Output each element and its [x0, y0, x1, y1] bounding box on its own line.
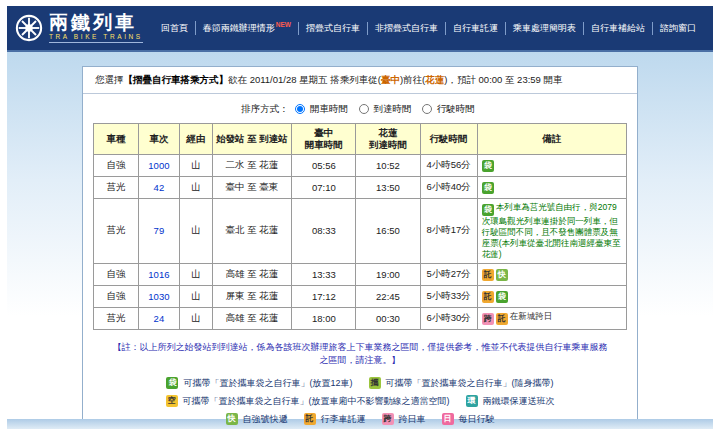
legend-item-label: 每日行駛 [459, 413, 495, 426]
daily-icon: 日 [442, 413, 454, 425]
col-depart: 臺中 開車時間 [292, 124, 356, 155]
nav-bike-supply-station[interactable]: 自行車補給站 [583, 22, 652, 35]
site-subtitle: TRA BIKE TRAINS [49, 34, 143, 41]
sort-option-duration[interactable]: 行駛時間 [422, 103, 475, 114]
sort-radio-depart[interactable] [295, 104, 305, 114]
logo-text: 兩鐵列車 TRA BIKE TRAINS [49, 13, 143, 44]
luggage-icon: 託 [496, 313, 508, 325]
nav-nonfolding-bike[interactable]: 非摺疊式自行車 [367, 22, 445, 35]
train-no: 1000 [138, 154, 179, 176]
luggage-icon: 託 [482, 269, 494, 281]
sort-option-arrive[interactable]: 到達時間 [359, 103, 414, 114]
site-title: 兩鐵列車 [49, 13, 143, 33]
train-type: 自強 [94, 154, 139, 176]
table-row: 莒光 42 山 臺中 至 臺東 07:10 13:50 6小時40分 袋 [94, 176, 627, 198]
legend-row: 空可攜帶「置於攜車袋之自行車」(放置車廂中不影響動線之適當空間)環兩鐵環保運送班… [166, 395, 555, 408]
arrive-time: 00:30 [356, 307, 420, 329]
nav-bike-consignment[interactable]: 自行車託運 [445, 22, 505, 35]
legend-item: 日每日行駛 [442, 413, 495, 426]
sort-radio-arrive[interactable] [359, 104, 369, 114]
sort-radio-duration[interactable] [422, 104, 432, 114]
footnote: 【註：以上所列之始發站到到達站，係為各該班次辦理旅客上下車業務之區間，僅提供參考… [111, 341, 609, 368]
depart-time: 17:12 [292, 285, 356, 307]
train-type: 莒光 [94, 198, 139, 263]
nav-folding-bike[interactable]: 摺疊式自行車 [298, 22, 367, 35]
space-icon: 空 [166, 395, 178, 407]
logo: 兩鐵列車 TRA BIKE TRAINS [7, 13, 143, 44]
bag12-icon: 袋 [482, 204, 494, 216]
legend-item-label: 可攜帶「置於攜車袋之自行車」(隨身攜帶) [386, 377, 554, 390]
depart-time: 05:56 [292, 154, 356, 176]
table-row: 莒光 24 山 高雄 至 花蓮 18:00 00:30 6小時30分 跨託在新城… [94, 307, 627, 329]
train-no: 1016 [138, 263, 179, 285]
arrive-time: 16:50 [356, 198, 420, 263]
train-no-link[interactable]: 1016 [148, 269, 169, 280]
remark-cell: 袋 [477, 154, 626, 176]
legend-item: 環兩鐵環保運送班次 [466, 395, 555, 408]
main-area: 您選擇【摺疊自行車搭乘方式】欲在 2011/01/28 星期五 搭乘列車從(臺中… [7, 52, 713, 419]
train-no-link[interactable]: 1000 [148, 160, 169, 171]
depart-time: 13:33 [292, 263, 356, 285]
remark-cell: 託袋 [477, 285, 626, 307]
main-nav: 回首頁 春節兩鐵辦理情形NEW 摺疊式自行車 非摺疊式自行車 自行車託運 乘車處… [154, 21, 713, 35]
table-row: 莒光 79 山 臺北 至 花蓮 08:33 16:50 8小時17分 袋本列車為… [94, 198, 627, 263]
legend-row: 袋可攜帶「置於攜車袋之自行車」(放置12車)攜可攜帶「置於攜車袋之自行車」(隨身… [166, 377, 553, 390]
remark-icons: 袋 [482, 180, 496, 190]
train-no: 42 [138, 176, 179, 198]
query-summary: 您選擇【摺疊自行車搭乘方式】欲在 2011/01/28 星期五 搭乘列車從(臺中… [83, 67, 637, 94]
route: 二水 至 花蓮 [212, 154, 292, 176]
query-seg2: )前往( [400, 74, 425, 85]
legend-item-label: 行李車託運 [321, 413, 366, 426]
bag12-icon: 袋 [482, 160, 494, 172]
col-train-no: 車次 [138, 124, 179, 155]
site-container: 兩鐵列車 TRA BIKE TRAINS 回首頁 春節兩鐵辦理情形NEW 摺疊式… [7, 6, 713, 429]
legend-item-label: 跨日車 [399, 413, 426, 426]
sort-label: 排序方式： [241, 103, 289, 114]
route: 高雄 至 花蓮 [212, 263, 292, 285]
train-no: 1030 [138, 285, 179, 307]
legend-item: 攜可攜帶「置於攜車袋之自行車」(隨身攜帶) [369, 377, 554, 390]
sort-option-depart[interactable]: 開車時間 [295, 103, 350, 114]
tra-logo-icon [15, 14, 43, 42]
crossday-icon: 跨 [382, 413, 394, 425]
via: 山 [179, 154, 212, 176]
train-no-link[interactable]: 1030 [148, 291, 169, 302]
sort-option-arrive-label: 到達時間 [373, 103, 411, 114]
train-no-link[interactable]: 79 [154, 225, 165, 236]
train-type: 莒光 [94, 176, 139, 198]
nav-spring-festival[interactable]: 春節兩鐵辦理情形NEW [195, 21, 298, 35]
col-train-type: 車種 [94, 124, 139, 155]
arrive-time: 19:00 [356, 263, 420, 285]
legend-item: 快自強號快遞 [226, 413, 288, 426]
nav-ride-handling-table[interactable]: 乘車處理簡明表 [505, 22, 583, 35]
sort-option-depart-label: 開車時間 [310, 103, 348, 114]
train-type: 自強 [94, 285, 139, 307]
table-header-row: 車種 車次 經由 始發站 至 到達站 臺中 開車時間 花蓮 到達時間 行駛時間 … [94, 124, 627, 155]
result-panel: 您選擇【摺疊自行車搭乘方式】欲在 2011/01/28 星期五 搭乘列車從(臺中… [82, 66, 638, 429]
legend-item: 空可攜帶「置於攜車袋之自行車」(放置車廂中不影響動線之適當空間) [166, 395, 450, 408]
from-station: 臺中 [381, 74, 400, 85]
to-station: 花蓮 [425, 74, 444, 85]
train-no-link[interactable]: 42 [154, 182, 165, 193]
train-no-link[interactable]: 24 [154, 313, 165, 324]
arrive-time: 10:52 [356, 154, 420, 176]
legend-row: 快自強號快遞託行李車託運跨跨日車日每日行駛 [226, 413, 495, 426]
nav-inquiry[interactable]: 諮詢窗口 [652, 22, 703, 35]
bag12-icon: 袋 [166, 377, 178, 389]
query-seg1: 欲在 2011/01/28 星期五 搭乘列車從( [228, 74, 381, 85]
remark-cell: 跨託在新城跨日 [477, 307, 626, 329]
header-bar: 兩鐵列車 TRA BIKE TRAINS 回首頁 春節兩鐵辦理情形NEW 摺疊式… [7, 6, 713, 52]
route: 屏東 至 花蓮 [212, 285, 292, 307]
legend-item-label: 兩鐵環保運送班次 [483, 395, 555, 408]
duration: 5小時27分 [420, 263, 477, 285]
route: 臺中 至 臺東 [212, 176, 292, 198]
luggage-icon: 託 [482, 291, 494, 303]
remark-icons: 袋 [482, 202, 496, 212]
sort-option-duration-label: 行駛時間 [437, 103, 475, 114]
nav-home[interactable]: 回首頁 [154, 22, 195, 35]
eco-icon: 環 [466, 395, 478, 407]
legend-item-label: 可攜帶「置於攜車袋之自行車」(放置車廂中不影響動線之適當空間) [183, 395, 450, 408]
remark-text: 本列車為莒光號自由行，與2079次環島觀光列車連掛於同一列車，但行駛區間不同，且… [482, 202, 621, 259]
col-remark: 備註 [477, 124, 626, 155]
query-seg3: )，預計 00:00 至 23:59 開車 [444, 74, 562, 85]
